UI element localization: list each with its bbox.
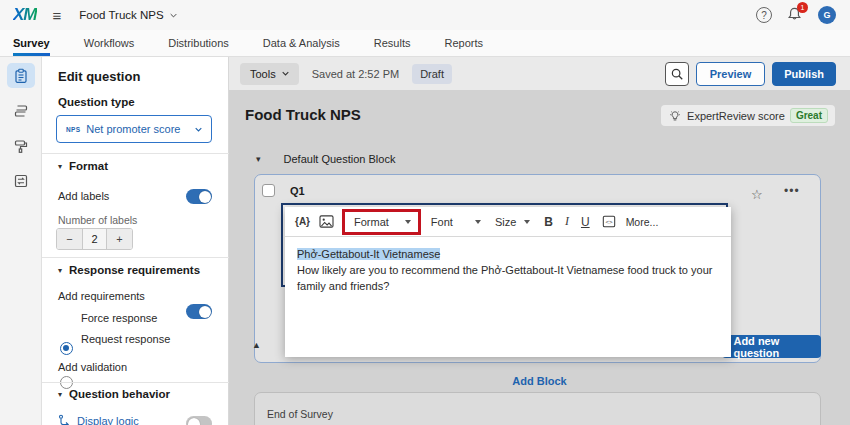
font-label: Font (431, 216, 453, 228)
question-text: How likely are you to recommend the Phở-… (297, 264, 712, 292)
rich-text-toolbar: {A} Format Font Size B I U (285, 207, 731, 237)
left-icon-rail (0, 57, 42, 425)
chevron-down-icon (195, 126, 202, 133)
force-response-radio[interactable] (60, 342, 73, 355)
page-title: Food Truck NPS (245, 106, 361, 123)
insert-image-icon[interactable] (319, 215, 334, 228)
tab-workflows[interactable]: Workflows (84, 30, 135, 56)
display-logic-label: Display logic (77, 415, 139, 425)
caret-down-icon (405, 220, 411, 224)
builder-toolbar: Tools Saved at 2:52 PM Draft Preview Pub… (229, 57, 850, 90)
more-options-icon[interactable]: ••• (784, 184, 800, 198)
question-text-editor[interactable]: Phở-Gettabout-It Vietnamese How likely a… (285, 237, 731, 303)
add-requirements-toggle[interactable] (186, 304, 212, 319)
add-new-question-button[interactable]: + Add new question (722, 335, 821, 358)
underline-button[interactable]: U (581, 215, 590, 229)
format-section-header[interactable]: ▾ Format (58, 160, 108, 172)
tab-reports[interactable]: Reports (445, 30, 484, 56)
stepper-value: 2 (82, 229, 107, 249)
italic-button[interactable]: I (565, 214, 569, 229)
draft-status-badge: Draft (412, 64, 452, 84)
font-dropdown[interactable]: Font (431, 216, 481, 228)
stepper-minus-button[interactable]: − (57, 229, 82, 249)
add-labels-toggle[interactable] (186, 189, 212, 204)
rail-survey-flow-button[interactable] (7, 168, 35, 193)
svg-text:<>: <> (605, 218, 613, 225)
force-response-label: Force response (81, 312, 157, 324)
nps-badge: NPS (66, 126, 80, 133)
format-section-title: Format (69, 160, 108, 172)
hamburger-menu-icon[interactable]: ≡ (53, 8, 62, 23)
expert-review-chip[interactable]: ExpertReview score Great (661, 105, 835, 126)
survey-builder-canvas: Tools Saved at 2:52 PM Draft Preview Pub… (229, 57, 850, 425)
end-of-survey-card[interactable]: End of Survey (254, 392, 821, 425)
more-menu-button[interactable]: More... (626, 216, 659, 228)
notifications-button[interactable]: 1 (786, 6, 804, 24)
star-icon[interactable]: ☆ (751, 187, 763, 202)
number-of-labels-label: Number of labels (58, 214, 137, 226)
survey-name-label: Food Truck NPS (79, 9, 163, 21)
preview-button[interactable]: Preview (696, 62, 766, 86)
chevron-down-icon (282, 70, 289, 77)
piped-text-icon[interactable]: {A} (295, 216, 310, 227)
topbar-actions: ? 1 G (756, 6, 836, 24)
question-checkbox[interactable] (262, 184, 275, 197)
blocks-icon (13, 103, 29, 119)
tab-distributions[interactable]: Distributions (168, 30, 229, 56)
search-button[interactable] (665, 62, 689, 86)
add-requirements-label: Add requirements (58, 290, 145, 302)
rail-survey-builder-button[interactable] (7, 63, 35, 88)
bold-button[interactable]: B (544, 215, 553, 229)
source-icon[interactable]: <> (602, 215, 616, 228)
question-id: Q1 (290, 185, 305, 197)
main-nav-tabbar: Survey Workflows Distributions Data & An… (0, 30, 850, 57)
end-of-survey-label: End of Survey (267, 408, 333, 420)
expert-review-label: ExpertReview score (687, 110, 785, 122)
format-label: Format (354, 216, 389, 228)
display-logic-icon (58, 414, 71, 425)
tab-survey[interactable]: Survey (13, 30, 50, 56)
collapse-triangle-icon: ▾ (58, 390, 62, 399)
survey-flow-icon (13, 173, 29, 189)
survey-name-dropdown[interactable]: Food Truck NPS (79, 9, 176, 21)
rail-look-and-feel-button[interactable] (7, 133, 35, 158)
chevron-down-icon (170, 12, 177, 19)
add-validation-label: Add validation (58, 361, 127, 373)
lightbulb-icon (668, 109, 682, 123)
request-response-label: Request response (81, 333, 170, 345)
panel-title: Edit question (58, 69, 140, 84)
display-logic-link[interactable]: Display logic (58, 414, 139, 425)
question-behavior-section-header[interactable]: ▾ Question behavior (58, 388, 170, 400)
add-new-question-label: Add new question (733, 335, 812, 359)
tools-label: Tools (250, 68, 276, 80)
collapse-triangle-icon: ▾ (58, 266, 62, 275)
format-dropdown-highlighted[interactable]: Format (342, 209, 421, 235)
app-window: XM ≡ Food Truck NPS ? 1 G Survey Workflo… (0, 0, 850, 425)
caret-down-icon (475, 220, 481, 224)
saved-status: Saved at 2:52 PM (312, 68, 399, 80)
expert-review-score-badge: Great (790, 108, 828, 123)
avatar[interactable]: G (818, 6, 836, 24)
tab-data-analysis[interactable]: Data & Analysis (263, 30, 340, 56)
clipboard-icon (13, 68, 29, 84)
publish-button[interactable]: Publish (772, 62, 836, 86)
tools-dropdown-button[interactable]: Tools (240, 63, 299, 85)
add-validation-toggle[interactable] (186, 416, 212, 425)
size-dropdown[interactable]: Size (495, 216, 530, 228)
labels-count-stepper: − 2 + (56, 228, 133, 250)
xm-logo: XM (13, 5, 37, 25)
add-labels-label: Add labels (58, 190, 109, 202)
paint-roller-icon (13, 138, 29, 154)
question-block-header[interactable]: ▾ Default Question Block (256, 153, 395, 165)
stepper-plus-button[interactable]: + (107, 229, 132, 249)
response-requirements-section-header[interactable]: ▾ Response requirements (58, 264, 200, 276)
edit-question-panel: Edit question Question type NPS Net prom… (42, 57, 229, 425)
question-type-label: Question type (58, 96, 135, 108)
add-block-link[interactable]: Add Block (229, 375, 850, 387)
question-type-dropdown[interactable]: NPS Net promoter score (56, 115, 212, 143)
collapse-block-icon[interactable]: ▲ (252, 340, 261, 350)
rail-blocks-button[interactable] (7, 98, 35, 123)
help-icon[interactable]: ? (756, 7, 772, 23)
selected-text: Phở-Gettabout-It Vietnamese (297, 248, 440, 260)
tab-results[interactable]: Results (374, 30, 411, 56)
